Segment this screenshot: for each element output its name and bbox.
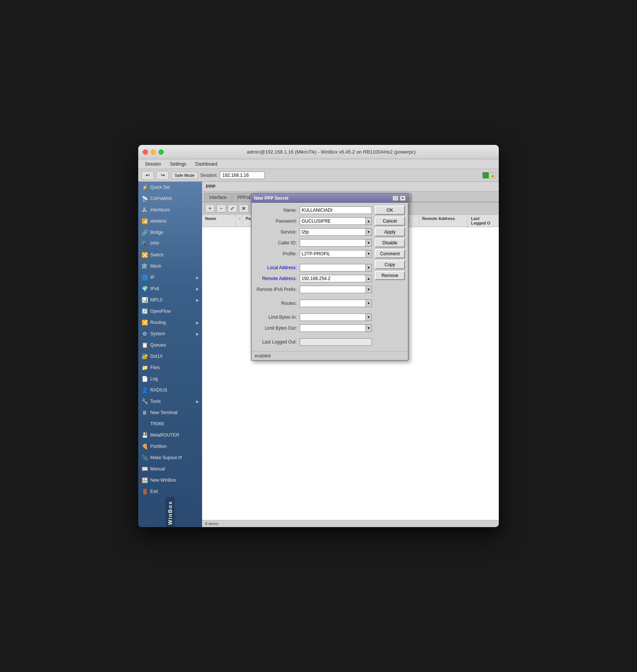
sidebar-item-ip[interactable]: 🌐 IP ▶ [138, 272, 202, 283]
sidebar-item-openflow[interactable]: 🔄 OpenFlow [138, 306, 202, 317]
sidebar-item-ppp[interactable]: 🔌 PPP [138, 238, 202, 249]
close-button[interactable] [143, 149, 148, 155]
sidebar: ⚡ Quick Set 📡 CAPsMAN 🖧 Interfaces 📶 wir… [138, 182, 202, 527]
sidebar-label-bridge: Bridge [150, 230, 163, 235]
limit-bytes-out-dropdown-button[interactable]: ▼ [366, 324, 372, 332]
profile-dropdown-button[interactable]: ▼ [366, 250, 372, 258]
disable-button[interactable]: Disable [375, 238, 405, 247]
item-count: 9 items [205, 521, 218, 526]
limit-bytes-in-dropdown-button[interactable]: ▼ [366, 313, 372, 321]
password-arrow-button[interactable]: ▲ [366, 217, 372, 225]
remote-address-arrow-button[interactable]: ▲ [366, 275, 372, 282]
sidebar-item-wireless[interactable]: 📶 wireless [138, 215, 202, 227]
cancel-button[interactable]: Cancel [375, 217, 405, 226]
sidebar-item-mesh[interactable]: 🕸 Mesh [138, 261, 202, 272]
routes-field[interactable] [300, 300, 366, 307]
sidebar-item-log[interactable]: 📄 Log [138, 373, 202, 384]
switch-icon: 🔀 [141, 252, 148, 258]
exit-icon: 🚪 [141, 488, 148, 495]
sidebar-item-bridge[interactable]: 🔗 Bridge [138, 227, 202, 238]
dialog-minimize-button[interactable]: □ [392, 196, 399, 201]
profile-field[interactable] [300, 250, 366, 258]
add-button[interactable]: ＋ [205, 204, 215, 212]
main-window: admin@192.168.1.16 (MikroTik) - WinBox v… [138, 145, 499, 527]
sidebar-label-manual: Manual [150, 466, 165, 472]
name-label: Name: [255, 208, 300, 213]
remote-address-input-container: ▲ [300, 275, 372, 282]
sidebar-item-exit[interactable]: 🚪 Exit [138, 486, 202, 497]
sidebar-item-new-terminal[interactable]: 🖥 New Terminal [138, 407, 202, 418]
local-address-dropdown-button[interactable]: ▼ [366, 264, 372, 271]
caller-id-dropdown-button[interactable]: ▼ [366, 239, 372, 247]
sidebar-label-metarouter: MetaROUTER [150, 432, 179, 438]
sidebar-item-tools[interactable]: 🔧 Tools ▶ [138, 396, 202, 407]
safe-mode-button[interactable]: Safe Mode [171, 172, 198, 179]
sidebar-item-manual[interactable]: 📖 Manual [138, 463, 202, 475]
sidebar-item-switch[interactable]: 🔀 Switch [138, 249, 202, 261]
dialog-title-bar: New PPP Secret □ ✕ [252, 194, 408, 203]
tab-interface[interactable]: Interface [204, 193, 232, 202]
capsman-icon: 📡 [141, 195, 148, 202]
menu-dashboard[interactable]: Dashboard [192, 161, 221, 167]
service-field[interactable] [300, 228, 366, 236]
password-field[interactable] [300, 217, 366, 225]
sidebar-item-metarouter[interactable]: 💾 MetaROUTER [138, 429, 202, 441]
local-address-field[interactable] [300, 264, 366, 271]
sidebar-label-system: System [150, 331, 165, 336]
remove-dialog-button[interactable]: Remove [375, 271, 405, 280]
menu-session[interactable]: Session [141, 161, 165, 167]
name-field[interactable] [300, 206, 372, 214]
remote-ipv6-field[interactable] [300, 286, 366, 293]
toolbar: ↩ ↪ Safe Mode Session: 🔒 [138, 169, 499, 182]
col-name: Name [202, 215, 236, 227]
limit-bytes-in-field[interactable] [300, 313, 366, 321]
ok-button[interactable]: OK [375, 206, 405, 215]
sidebar-item-new-winbox[interactable]: 🪟 New WinBox [138, 475, 202, 486]
comment-button[interactable]: Comment [375, 249, 405, 258]
copy-table-button[interactable]: ✕ [239, 204, 249, 212]
remote-ipv6-row: Remote IPv6 Prefix: ▼ [255, 285, 372, 294]
sidebar-label-ppp: PPP [150, 241, 159, 246]
back-button[interactable]: ↩ [141, 171, 154, 180]
edit-button[interactable]: ✓ [228, 204, 237, 212]
apply-button[interactable]: Apply [375, 228, 405, 237]
remove-button[interactable]: － [216, 204, 226, 212]
ip-arrow-icon: ▶ [196, 276, 199, 280]
sidebar-item-mpls[interactable]: 📊 MPLS ▶ [138, 294, 202, 306]
routes-label: Routes: [255, 301, 300, 306]
dot1x-icon: 🔐 [141, 353, 148, 360]
service-dropdown-button[interactable]: ▼ [366, 228, 372, 236]
sidebar-item-radius[interactable]: 👤 RADIUS [138, 384, 202, 396]
sidebar-item-tr069[interactable]: TR069 [138, 418, 202, 429]
menu-settings[interactable]: Settings [166, 161, 190, 167]
dialog-body: Name: Password: ▲ [252, 203, 408, 351]
caller-id-label: Caller ID: [255, 240, 300, 246]
sidebar-item-dot1x[interactable]: 🔐 Dot1X [138, 351, 202, 362]
copy-button[interactable]: Copy [375, 260, 405, 269]
remote-address-field[interactable] [300, 275, 366, 282]
sidebar-item-quick-set[interactable]: ⚡ Quick Set [138, 182, 202, 193]
sidebar-item-routing[interactable]: 🔀 Routing ▶ [138, 317, 202, 328]
sidebar-item-capsman[interactable]: 📡 CAPsMAN [138, 193, 202, 204]
session-input[interactable] [220, 172, 265, 179]
sidebar-item-make-supout[interactable]: 📎 Make Supout.rif [138, 452, 202, 463]
routes-dropdown-button[interactable]: ▼ [366, 300, 372, 307]
caller-id-field[interactable] [300, 239, 366, 247]
sidebar-item-interfaces[interactable]: 🖧 Interfaces [138, 204, 202, 215]
limit-bytes-out-field[interactable] [300, 324, 366, 332]
sidebar-label-make-supout: Make Supout.rif [150, 455, 182, 460]
sidebar-item-files[interactable]: 📁 Files [138, 362, 202, 373]
maximize-button[interactable] [158, 149, 164, 155]
minimize-button[interactable] [151, 149, 156, 155]
sidebar-item-partition[interactable]: 🍕 Partition [138, 441, 202, 452]
sidebar-item-system[interactable]: ⚙ System ▶ [138, 328, 202, 339]
remote-ipv6-dropdown-button[interactable]: ▼ [366, 286, 372, 293]
remote-address-row: Remote Address: ▲ [255, 274, 372, 283]
name-row: Name: [255, 206, 372, 215]
sidebar-item-ipv6[interactable]: 🌍 IPv6 ▶ [138, 283, 202, 294]
wireless-icon: 📶 [141, 218, 148, 225]
forward-button[interactable]: ↪ [156, 171, 169, 180]
partition-icon: 🍕 [141, 443, 148, 450]
dialog-close-button[interactable]: ✕ [400, 196, 406, 201]
sidebar-item-queues[interactable]: 📋 Queues [138, 339, 202, 351]
